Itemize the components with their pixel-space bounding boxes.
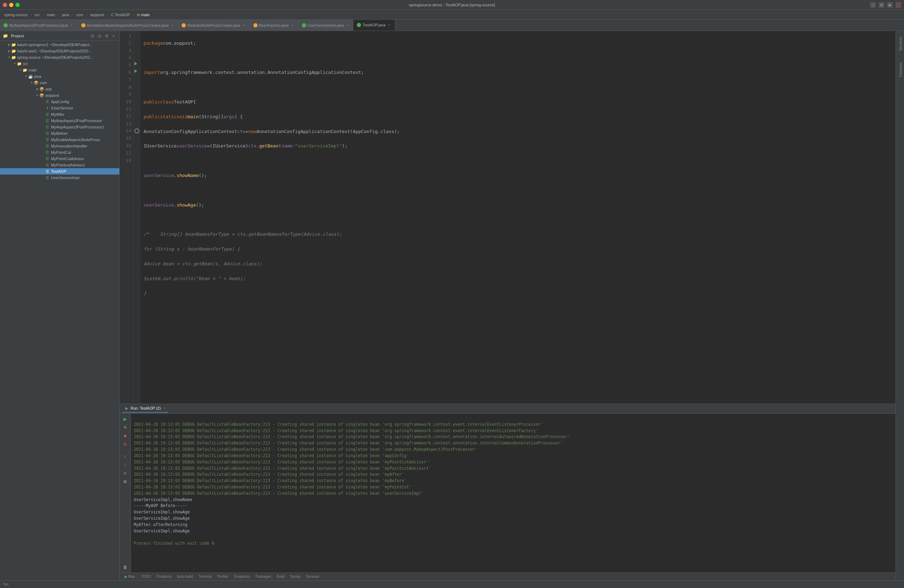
bottom-tab-terminal[interactable]: Terminal: [196, 575, 214, 579]
tree-item-label: main: [28, 68, 37, 72]
tab-close-icon[interactable]: ×: [387, 23, 391, 27]
tab-userserviceimpl[interactable]: UserServiceImpl.java ×: [299, 20, 354, 31]
collapse-all-icon[interactable]: ⊟: [90, 33, 95, 39]
run-wrap-button[interactable]: ≡: [122, 469, 129, 477]
status-ton[interactable]: Ton: [3, 582, 8, 586]
tree-item-myaopaspectjpostprocessor[interactable]: C MyAopAspectJPostProcessor: [0, 117, 119, 124]
tab-close-icon[interactable]: ×: [170, 23, 174, 27]
search-icon[interactable]: ⌕: [870, 2, 876, 8]
nav-aoppost[interactable]: aoppost: [89, 12, 105, 17]
tree-item-myafter[interactable]: C MyAfter: [0, 111, 119, 117]
tree-item-java[interactable]: ▼ ☕ java: [0, 73, 119, 79]
favorites-label[interactable]: Favorites: [896, 57, 904, 82]
run-up-button[interactable]: ↑: [122, 452, 129, 460]
tree-item-baizhi-test1[interactable]: ▶ 📁 baizhi-test1 ~/Develop/IDEAProjects2…: [0, 48, 119, 54]
bottom-tab-spring[interactable]: Spring: [288, 575, 303, 579]
tree-item-label: MyAopAspectJPostProcessor: [51, 119, 102, 123]
tree-item-myaopaspectjpostprocessor1[interactable]: C MyAopAspectJPostProcessor1: [0, 124, 119, 130]
tree-item-testaop[interactable]: C TestAOP: [0, 168, 119, 174]
tree-item-aop[interactable]: ▶ 📦 aop: [0, 86, 119, 92]
tab-myaopaspectjpostprocessor[interactable]: MyAopAspectJPostProcessor.java ×: [0, 20, 78, 31]
tree-item-baizhi-springmvc1[interactable]: ▶ 📁 baizhi-springmvc1 ~/Develop/IDEAProj…: [0, 41, 119, 48]
run-clear-button[interactable]: 🗑: [122, 563, 129, 571]
traffic-lights: [3, 3, 20, 7]
bottom-tab-endpoints[interactable]: Endpoints: [232, 575, 252, 579]
run-start-button[interactable]: ▶: [122, 415, 129, 423]
run-filter-button[interactable]: ⚙: [122, 478, 129, 485]
tab-close-icon[interactable]: ×: [70, 23, 74, 27]
bottom-tab-autobuild[interactable]: Auto-build: [175, 575, 195, 579]
close-button[interactable]: [3, 3, 7, 7]
nav-testaop[interactable]: CTestAOP: [109, 12, 131, 17]
nav-src[interactable]: src: [33, 12, 41, 17]
tree-item-iuserservice[interactable]: I IUserService: [0, 105, 119, 111]
nav-spring-source[interactable]: spring-source: [3, 12, 29, 17]
bottom-tab-build[interactable]: Build: [275, 575, 286, 579]
structure-label[interactable]: Structure: [896, 31, 904, 57]
tab-annotationawareaspectjautoproxycreator[interactable]: AnnotationAwareAspectJAutoProxyCreator.j…: [78, 20, 179, 31]
bottom-tab-run[interactable]: ▶ Run: [122, 575, 137, 579]
run-tab-close[interactable]: ×: [163, 406, 165, 410]
tab-testaop[interactable]: TestAOP.java ×: [353, 20, 395, 31]
tree-item-label: MyEnableAspectJAutoProxy: [51, 138, 100, 142]
run-arrow-line6[interactable]: [134, 69, 137, 73]
tab-abstractautoproxycreator[interactable]: AbstractAutoProxyCreator.java ×: [178, 20, 250, 31]
tab-beanfactory[interactable]: BeanFactory.java ×: [250, 20, 299, 31]
settings-icon[interactable]: ⚙: [104, 33, 109, 39]
tree-item-main[interactable]: ▼ 📁 main: [0, 67, 119, 73]
settings-icon[interactable]: ⚙: [879, 2, 884, 8]
bottom-tab-problems[interactable]: Problems: [155, 575, 174, 579]
minimize-button[interactable]: [9, 3, 13, 7]
run-edit-button[interactable]: ✎: [122, 424, 129, 432]
project-panel: 📁 Project ⊟ ◎ ⚙ × ▶ 📁 baizhi-springmvc1 …: [0, 31, 120, 580]
tree-item-spring-source[interactable]: ▼ 📁 spring-source ~/Develop/IDEAProjects…: [0, 54, 119, 60]
tab-close-icon[interactable]: ×: [290, 23, 294, 27]
tree-item-mypointcutadvisor1[interactable]: C MyPointcutAdvisor1: [0, 162, 119, 168]
tree-item-label: IUserService: [51, 106, 73, 110]
run-icon[interactable]: ▶: [887, 2, 893, 8]
code-line-14: /* String[] beanNamesForType = ctx.getBe…: [144, 231, 893, 238]
locate-icon[interactable]: ◎: [97, 33, 103, 39]
tree-item-myinvocationhandler[interactable]: C MyInvocationHandler: [0, 143, 119, 149]
bottom-tab-todo[interactable]: TODO: [139, 575, 153, 579]
close-panel-icon[interactable]: ×: [111, 33, 117, 39]
tree-item-mypointcut[interactable]: C MyPointCut: [0, 149, 119, 155]
tab-close-icon[interactable]: ×: [242, 23, 246, 27]
tree-item-aoppost[interactable]: ▼ 📦 aoppost: [0, 92, 119, 98]
tree-item-mypointcutadvisor[interactable]: C MyPointCutAdvisor: [0, 155, 119, 162]
code-content[interactable]: package com.aoppost; import org.springfr…: [141, 31, 896, 404]
run-down-button[interactable]: ↓: [122, 461, 129, 469]
run-stop-button[interactable]: ■: [122, 432, 129, 440]
class-icon: C: [45, 163, 50, 168]
tree-item-src[interactable]: ▼ 📁 src: [0, 60, 119, 67]
bottom-tab-packages[interactable]: Packages: [253, 575, 273, 579]
maximize-button[interactable]: [16, 3, 20, 7]
run-arrow-line5[interactable]: [134, 62, 137, 65]
bottom-tab-services[interactable]: Services: [304, 575, 321, 579]
output-line-6: UserServiceImpl.showAge: [134, 528, 190, 533]
tree-item-com[interactable]: ▼ 📦 com: [0, 79, 119, 86]
tree-item-mybefore[interactable]: C MyBefore: [0, 130, 119, 136]
tree-item-userserviceimpl[interactable]: C UserServiceImpl: [0, 174, 119, 181]
tree-item-myenableaspectjautoproxy[interactable]: C MyEnableAspectJAutoProxy: [0, 136, 119, 143]
nav-method-main[interactable]: mmain: [136, 12, 151, 17]
tab-icon-green: [357, 23, 361, 27]
log-line-1: 2021-04-26 19:13:03 DEBUG DefaultListabl…: [134, 422, 543, 427]
expand-arrow: ▼: [18, 68, 22, 72]
code-line-13: [144, 216, 893, 223]
tree-item-appconfig[interactable]: C AppConfig: [0, 98, 119, 105]
interface-icon: I: [45, 106, 50, 111]
breakpoint-line14[interactable]: [134, 128, 139, 133]
code-line-15: for (String s : beanNamesForType) {: [144, 246, 893, 253]
tree-item-label: MyPointCutAdvisor: [51, 156, 84, 161]
tab-close-icon[interactable]: ×: [345, 23, 349, 27]
nav-main[interactable]: main: [46, 12, 57, 17]
nav-com[interactable]: com: [74, 12, 85, 17]
debug-icon[interactable]: 🐞: [896, 2, 901, 8]
tab-label: TestAOP.java: [362, 23, 385, 27]
run-rerun-button[interactable]: ↻: [122, 441, 129, 448]
run-tab[interactable]: ▶ Run: TestAOP (2) ×: [122, 405, 168, 413]
nav-java[interactable]: java: [60, 12, 70, 17]
log-line-9: 2021-04-26 19:13:03 DEBUG DefaultListabl…: [134, 472, 404, 477]
bottom-tab-profiler[interactable]: Profiler: [215, 575, 231, 579]
